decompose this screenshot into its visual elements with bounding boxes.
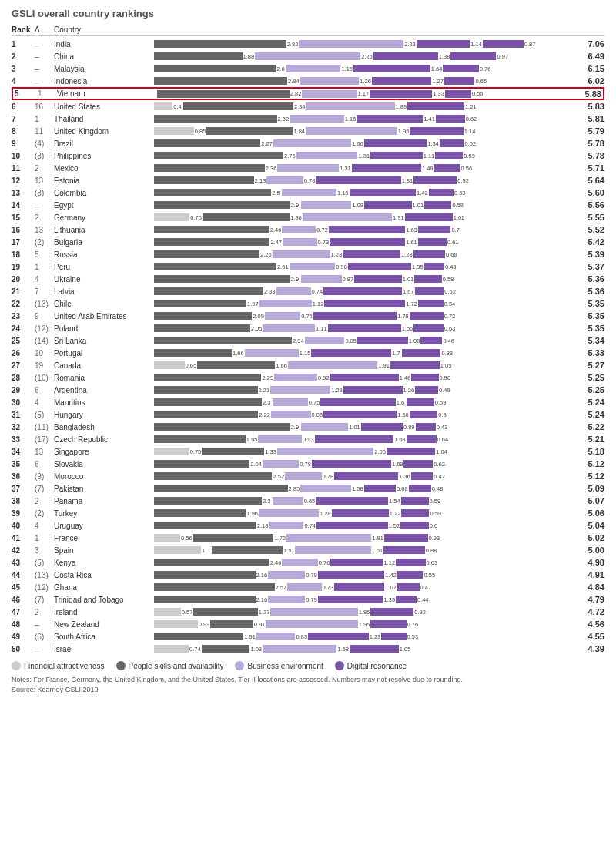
rank-cell: 20 [12, 275, 35, 284]
table-row: 356Slovakia2.040.781.690.625.12 [12, 458, 604, 470]
bar-digital [370, 152, 423, 159]
bars-cell: 2.821.171.330.56 [157, 89, 572, 99]
bar-people [154, 349, 232, 357]
bar-financial [154, 361, 185, 369]
bar-digital-label: 1.7 [391, 350, 402, 357]
bars-cell: 0.651.661.911.05 [154, 361, 575, 371]
bar-business [255, 52, 360, 60]
bar-business-label: 1.81 [371, 535, 384, 542]
bar-digital [350, 645, 399, 653]
bar-business [263, 460, 300, 468]
rank-cell: 48 [12, 620, 35, 629]
bar-digital-label: 1.08 [408, 337, 421, 344]
country-cell: Uruguay [54, 522, 154, 530]
table-row: 9(4)Brazil2.271.661.340.525.78 [12, 137, 604, 149]
bar-business-label: 0.73 [317, 239, 330, 246]
legend-label: People skills and availability [129, 662, 224, 670]
bar-digital2-label: 0.58 [451, 202, 464, 209]
bar-digital [417, 40, 470, 48]
bar-people-label: 2.84 [287, 78, 300, 85]
bar-financial [154, 127, 194, 135]
total-cell: 5.27 [575, 361, 604, 370]
country-cell: Ireland [54, 608, 154, 616]
total-cell: 5.07 [575, 496, 604, 505]
bar-people [154, 460, 249, 468]
delta-cell: 4 [35, 398, 54, 407]
bars-cell: 2.330.741.670.62 [154, 287, 575, 297]
bars-cell: 0.571.371.860.92 [154, 607, 575, 617]
bar-digital2 [407, 435, 437, 443]
bar-people-label: 2.46 [270, 227, 283, 233]
rank-cell: 13 [12, 189, 35, 197]
bar-business-label: 0.78 [299, 461, 312, 468]
bar-digital-label: 1.05 [399, 646, 412, 653]
bar-digital-label: 1.6 [396, 399, 407, 406]
table-row: 191Peru2.610.981.350.435.37 [12, 260, 604, 273]
legend-item: Digital resonance [335, 661, 407, 670]
bar-digital [318, 596, 383, 603]
rank-cell: 21 [12, 287, 35, 296]
bar-digital [350, 189, 416, 196]
bar-digital2-label: 0.49 [438, 387, 451, 394]
table-row: 4–Indonesia2.841.261.270.656.02 [12, 75, 604, 87]
legend-color [335, 661, 344, 670]
bar-digital2 [411, 472, 434, 480]
bar-financial-label: 1 [201, 547, 212, 554]
country-cell: Morocco [54, 472, 154, 481]
bar-digital-label: 1.56 [401, 325, 414, 332]
bar-people [154, 65, 276, 72]
legend-color [116, 661, 126, 670]
bar-people-label: 1.88 [243, 53, 256, 60]
country-cell: Costa Rica [54, 571, 154, 579]
bar-people-label: 2.27 [260, 140, 273, 147]
bars-cell: 2.91.010.890.43 [154, 422, 575, 432]
country-cell: Russia [54, 250, 154, 259]
bar-financial-label: 0.56 [180, 535, 193, 542]
bar-business [290, 263, 336, 270]
rank-cell: 19 [12, 263, 35, 271]
legend-color [12, 661, 21, 670]
bar-digital-label: 1.78 [397, 313, 410, 320]
bar-people-label: 2.9 [290, 276, 301, 283]
bar-business-label: 1.95 [397, 128, 410, 135]
total-cell: 4.91 [575, 570, 604, 579]
bar-business-label: 0.79 [305, 596, 318, 603]
table-row: 31(5)Hungary2.220.851.560.65.24 [12, 408, 604, 421]
bar-digital-label: 1.56 [397, 411, 410, 418]
bar-digital2-label: 0.56 [471, 90, 484, 97]
bar-digital2 [401, 509, 429, 517]
rank-cell: 43 [12, 559, 35, 567]
bar-business-label: 1.26 [359, 78, 372, 85]
bar-digital-label: 1.11 [423, 153, 436, 159]
bar-digital2-label: 0.65 [474, 78, 487, 85]
bar-digital2 [400, 522, 429, 529]
country-cell: Estonia [54, 176, 154, 185]
bar-digital2-label: 0.43 [444, 264, 457, 270]
table-row: 22(13)Chile1.971.121.720.545.35 [12, 297, 604, 310]
bar-digital-label: 1.33 [432, 90, 445, 97]
bar-digital2 [414, 275, 441, 283]
country-cell: Romania [54, 374, 154, 382]
bar-digital [407, 102, 464, 110]
bar-financial-label: 0.85 [194, 128, 207, 135]
bar-digital2 [397, 571, 423, 579]
table-row: 217Latvia2.330.741.670.625.36 [12, 285, 604, 297]
bar-digital-label: 0.76 [407, 621, 420, 628]
bar-digital2-label: 0.43 [436, 424, 449, 431]
bars-cell: 2.460.721.630.7 [154, 225, 575, 235]
delta-cell: (12) [35, 324, 54, 333]
country-cell: Chile [54, 300, 154, 308]
bar-digital [332, 509, 389, 517]
bar-digital2-label: 0.59 [463, 153, 476, 159]
bar-digital2 [410, 312, 444, 320]
total-cell: 6.49 [575, 52, 604, 61]
bar-business-label: 0.92 [317, 374, 330, 381]
country-cell: Turkey [54, 509, 154, 518]
bar-digital2-label: 0.6 [429, 522, 440, 529]
country-cell: Israel [54, 645, 154, 653]
bar-business [282, 226, 316, 233]
bars-cell: 2.51.161.420.53 [154, 188, 575, 198]
bars-cell: 0.751.332.061.04 [154, 447, 575, 457]
bar-people [157, 90, 290, 98]
total-cell: 4.98 [575, 558, 604, 567]
